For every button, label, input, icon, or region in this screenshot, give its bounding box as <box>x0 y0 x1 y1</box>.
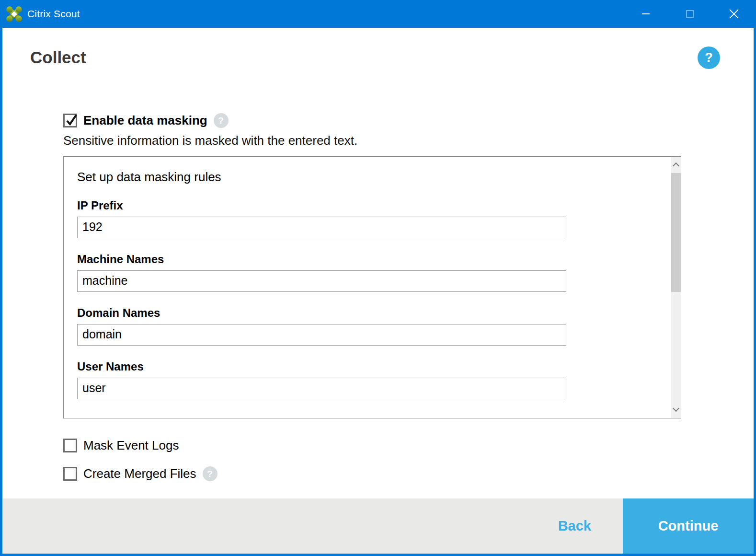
scrollbar-thumb[interactable] <box>671 173 681 292</box>
user-names-input[interactable] <box>77 378 566 399</box>
mask-event-logs-row: Mask Event Logs <box>63 438 681 453</box>
enable-data-masking-label: Enable data masking <box>83 113 207 128</box>
ip-prefix-label: IP Prefix <box>77 199 681 212</box>
machine-names-label: Machine Names <box>77 253 681 266</box>
checkmark-icon <box>64 113 79 127</box>
maximize-icon <box>686 10 694 18</box>
mask-event-logs-label: Mask Event Logs <box>83 438 179 453</box>
domain-names-input[interactable] <box>77 324 566 346</box>
machine-names-input[interactable] <box>77 270 566 292</box>
create-merged-files-checkbox[interactable] <box>63 467 77 481</box>
enable-data-masking-checkbox[interactable] <box>63 114 77 127</box>
mask-event-logs-checkbox[interactable] <box>63 439 77 452</box>
close-button[interactable] <box>712 0 756 28</box>
scrollbar-down-button[interactable] <box>671 402 681 418</box>
data-masking-section: Enable data masking ? Sensitive informat… <box>63 113 681 481</box>
minimize-button[interactable] <box>624 0 668 28</box>
chevron-down-icon <box>673 405 679 412</box>
enable-data-masking-help-icon[interactable]: ? <box>214 113 229 128</box>
maximize-button[interactable] <box>668 0 712 28</box>
panel-scrollbar[interactable] <box>671 157 681 418</box>
close-icon <box>729 9 739 19</box>
titlebar: Citrix Scout <box>0 0 756 28</box>
page-help-icon[interactable]: ? <box>698 46 720 69</box>
masking-rules-inner: Set up data masking rules IP Prefix Mach… <box>64 157 681 399</box>
continue-button[interactable]: Continue <box>623 498 754 554</box>
enable-data-masking-row: Enable data masking ? <box>63 113 681 128</box>
create-merged-files-label: Create Merged Files <box>83 466 196 481</box>
masking-rules-panel: Set up data masking rules IP Prefix Mach… <box>63 156 681 418</box>
domain-names-label: Domain Names <box>77 306 681 320</box>
ip-prefix-input[interactable] <box>77 217 566 238</box>
create-merged-files-row: Create Merged Files ? <box>63 466 681 481</box>
back-button[interactable]: Back <box>558 518 591 534</box>
page-title: Collect <box>30 48 86 67</box>
create-merged-files-help-icon[interactable]: ? <box>203 466 218 481</box>
citrix-scout-logo-icon <box>6 6 22 22</box>
user-names-label: User Names <box>77 360 681 373</box>
window-body: Collect ? Enable data masking ? Sensitiv… <box>0 28 756 556</box>
minimize-icon <box>642 13 650 14</box>
window-title: Citrix Scout <box>27 8 80 20</box>
scrollbar-up-button[interactable] <box>671 157 681 173</box>
masking-description: Sensitive information is masked with the… <box>63 133 681 148</box>
chevron-up-icon <box>673 162 679 169</box>
masking-rules-title: Set up data masking rules <box>77 170 681 185</box>
footer-bar: Back Continue <box>2 498 754 554</box>
